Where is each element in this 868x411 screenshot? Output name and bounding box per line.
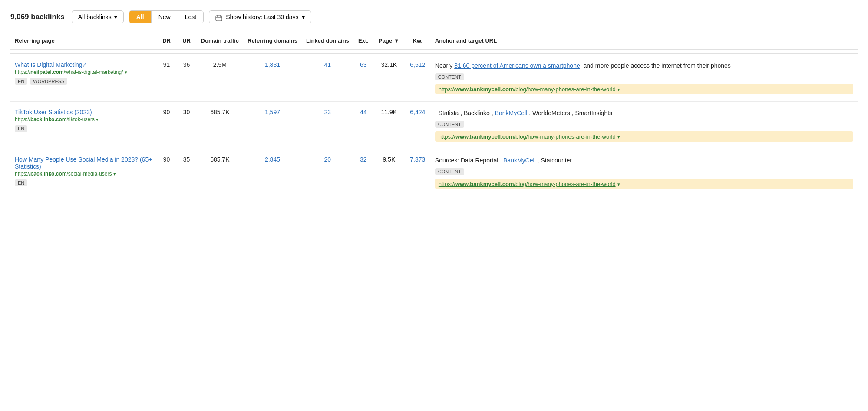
- filter-new-button[interactable]: New: [152, 11, 178, 23]
- cell-referring-domains[interactable]: 1,597: [243, 102, 302, 149]
- cell-page-traffic: 11.9K: [373, 102, 405, 149]
- filter-all-button[interactable]: All: [129, 11, 152, 23]
- anchor-type-badge: CONTENT: [435, 120, 853, 130]
- backlinks-count: 9,069 backlinks: [10, 13, 65, 21]
- target-url-link[interactable]: https://www.bankmycell.com/blog/how-many…: [439, 133, 616, 140]
- badge-group: EN: [15, 179, 152, 186]
- badge: EN: [15, 179, 27, 186]
- history-label: Show history: Last 30 days: [226, 13, 298, 20]
- referring-page-url: https://backlinko.com/social-media-users…: [15, 171, 152, 177]
- badge: WORDPRESS: [30, 78, 67, 85]
- anchor-text: , Statista , Backlinko , BankMyCell , Wo…: [435, 109, 853, 118]
- badge: EN: [15, 78, 27, 85]
- col-header-ur: UR: [177, 34, 197, 50]
- cell-kw[interactable]: 6,424: [405, 102, 431, 149]
- toolbar: 9,069 backlinks All backlinks ▾ All New …: [10, 10, 858, 23]
- cell-anchor: , Statista , Backlinko , BankMyCell , Wo…: [431, 102, 858, 149]
- cell-linked-domains[interactable]: 20: [302, 149, 353, 196]
- referring-page-title[interactable]: What Is Digital Marketing?: [15, 61, 152, 68]
- all-backlinks-label: All backlinks: [78, 13, 112, 20]
- cell-anchor: Nearly 81.60 percent of Americans own a …: [431, 54, 858, 102]
- target-url-link[interactable]: https://www.bankmycell.com/blog/how-many…: [439, 86, 616, 93]
- cell-dr: 90: [157, 102, 177, 149]
- col-header-page-traffic[interactable]: Page ▼: [373, 34, 405, 50]
- cell-ur: 30: [177, 102, 197, 149]
- col-header-kw: Kw.: [405, 34, 431, 50]
- calendar-icon: [215, 14, 222, 21]
- cell-linked-domains[interactable]: 23: [302, 102, 353, 149]
- anchor-link[interactable]: BankMyCell: [503, 157, 536, 164]
- table-row: What Is Digital Marketing?https://neilpa…: [10, 54, 858, 102]
- badge-group: EN: [15, 125, 152, 132]
- cell-referring-page: TikTok User Statistics (2023)https://bac…: [10, 102, 157, 149]
- cell-ext[interactable]: 63: [353, 54, 373, 102]
- table-header-row: Referring page DR UR Domain traffic Refe…: [10, 34, 858, 50]
- col-header-referring-domains: Referring domains: [243, 34, 302, 50]
- anchor-link[interactable]: BankMyCell: [495, 109, 528, 116]
- backlinks-table: Referring page DR UR Domain traffic Refe…: [10, 34, 858, 196]
- badge-group: ENWORDPRESS: [15, 78, 152, 85]
- filter-lost-button[interactable]: Lost: [178, 11, 203, 23]
- col-header-anchor: Anchor and target URL: [431, 34, 858, 50]
- referring-page-title[interactable]: How Many People Use Social Media in 2023…: [15, 156, 152, 170]
- referring-page-url: https://neilpatel.com/what-is-digital-ma…: [15, 69, 152, 75]
- anchor-text: Sources: Data Reportal , BankMyCell , St…: [435, 156, 853, 165]
- anchor-type-badge: CONTENT: [435, 73, 853, 83]
- cell-dr: 91: [157, 54, 177, 102]
- target-url-row: https://www.bankmycell.com/blog/how-many…: [435, 84, 853, 94]
- cell-ext[interactable]: 44: [353, 102, 373, 149]
- cell-domain-traffic: 2.5M: [197, 54, 243, 102]
- col-header-ext: Ext.: [353, 34, 373, 50]
- cell-referring-page: What Is Digital Marketing?https://neilpa…: [10, 54, 157, 102]
- cell-referring-domains[interactable]: 2,845: [243, 149, 302, 196]
- cell-ur: 35: [177, 149, 197, 196]
- referring-page-url: https://backlinko.com/tiktok-users ▾: [15, 116, 152, 123]
- cell-ext[interactable]: 32: [353, 149, 373, 196]
- cell-linked-domains[interactable]: 41: [302, 54, 353, 102]
- anchor-type-badge: CONTENT: [435, 168, 853, 178]
- cell-anchor: Sources: Data Reportal , BankMyCell , St…: [431, 149, 858, 196]
- cell-domain-traffic: 685.7K: [197, 149, 243, 196]
- cell-domain-traffic: 685.7K: [197, 102, 243, 149]
- show-history-button[interactable]: Show history: Last 30 days ▾: [209, 10, 311, 23]
- table-row: How Many People Use Social Media in 2023…: [10, 149, 858, 196]
- badge: EN: [15, 125, 27, 132]
- col-header-dr: DR: [157, 34, 177, 50]
- cell-referring-domains[interactable]: 1,831: [243, 54, 302, 102]
- target-url-row: https://www.bankmycell.com/blog/how-many…: [435, 131, 853, 142]
- cell-kw[interactable]: 6,512: [405, 54, 431, 102]
- cell-page-traffic: 32.1K: [373, 54, 405, 102]
- col-header-referring: Referring page: [10, 34, 157, 50]
- cell-ur: 36: [177, 54, 197, 102]
- svg-rect-0: [216, 16, 222, 21]
- cell-page-traffic: 9.5K: [373, 149, 405, 196]
- dropdown-chevron-icon: ▾: [114, 13, 117, 20]
- table-row: TikTok User Statistics (2023)https://bac…: [10, 102, 858, 149]
- filter-group: All New Lost: [129, 10, 204, 23]
- anchor-text: Nearly 81.60 percent of Americans own a …: [435, 61, 853, 70]
- referring-page-title[interactable]: TikTok User Statistics (2023): [15, 109, 152, 116]
- target-url-link[interactable]: https://www.bankmycell.com/blog/how-many…: [439, 181, 616, 187]
- all-backlinks-dropdown[interactable]: All backlinks ▾: [72, 10, 124, 23]
- col-header-domain-traffic: Domain traffic: [197, 34, 243, 50]
- target-url-row: https://www.bankmycell.com/blog/how-many…: [435, 179, 853, 189]
- cell-dr: 90: [157, 149, 177, 196]
- anchor-link[interactable]: 81.60 percent of Americans own a smartph…: [454, 62, 580, 69]
- cell-kw[interactable]: 7,373: [405, 149, 431, 196]
- cell-referring-page: How Many People Use Social Media in 2023…: [10, 149, 157, 196]
- col-header-linked-domains: Linked domains: [302, 34, 353, 50]
- history-chevron-icon: ▾: [302, 13, 305, 20]
